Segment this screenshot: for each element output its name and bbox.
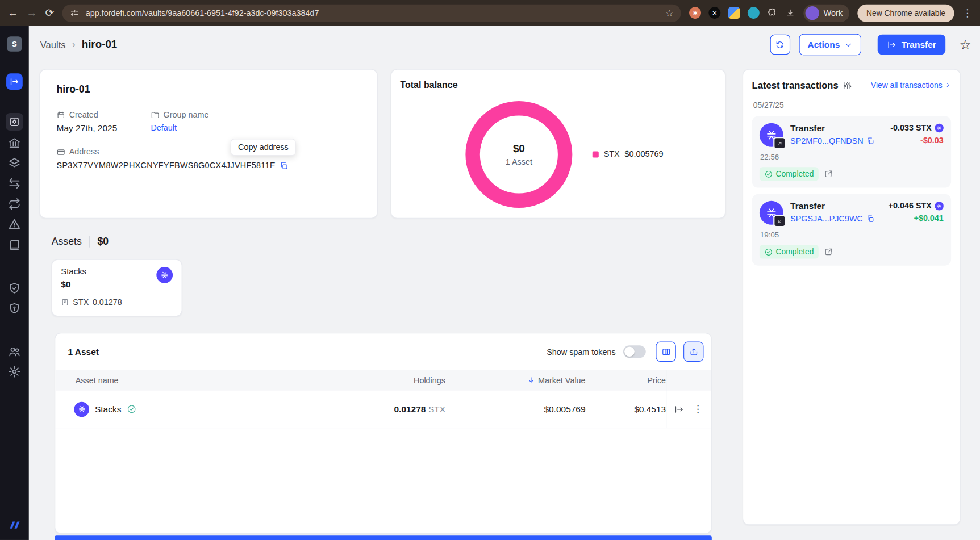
chevron-down-icon bbox=[844, 40, 852, 48]
assets-title: Assets bbox=[52, 236, 82, 248]
transfer-button[interactable]: Transfer bbox=[878, 35, 946, 55]
profile-chip[interactable]: Work bbox=[803, 4, 849, 22]
browser-menu-icon[interactable]: ⋮ bbox=[962, 7, 973, 19]
export-button[interactable] bbox=[683, 342, 703, 362]
forward-icon[interactable]: → bbox=[26, 7, 37, 18]
columns-icon bbox=[661, 347, 671, 357]
col-holdings[interactable]: Holdings bbox=[262, 375, 445, 385]
price: $0.4513 bbox=[586, 404, 666, 415]
col-price[interactable]: Price bbox=[586, 375, 666, 385]
created-value: May 27th, 2025 bbox=[57, 123, 151, 133]
transaction-address-link[interactable]: SP2MF0...QFNDSN bbox=[790, 136, 883, 146]
workspace-avatar[interactable]: S bbox=[7, 36, 22, 52]
sidebar-item-alerts[interactable] bbox=[8, 217, 21, 231]
extension-icon-3[interactable] bbox=[728, 7, 740, 19]
balance-title: Total balance bbox=[400, 79, 457, 90]
sidebar-item-security[interactable] bbox=[8, 302, 21, 315]
sidebar-item-swaps[interactable] bbox=[8, 198, 21, 211]
assets-section-header: Assets $0 bbox=[52, 233, 109, 250]
sidebar-item-users[interactable] bbox=[8, 345, 21, 358]
sidebar-item-address-book[interactable] bbox=[8, 238, 21, 252]
transactions-date: 05/27/25 bbox=[753, 101, 951, 110]
status-label: Completed bbox=[776, 248, 814, 256]
transaction-address-link[interactable]: SPGSJA...PJC9WC bbox=[790, 214, 881, 224]
warning-triangle-icon bbox=[8, 217, 21, 231]
chevron-right-icon bbox=[944, 82, 951, 89]
created-label: Created bbox=[69, 110, 98, 120]
url-bar[interactable]: app.fordefi.com/vaults/9aa60661-6951-4f9… bbox=[62, 4, 681, 22]
actions-button-label: Actions bbox=[808, 40, 840, 50]
asset-chip-stacks[interactable]: Stacks $0 STX 0.01278 bbox=[52, 259, 182, 317]
breadcrumb-vaults[interactable]: Vaults bbox=[40, 39, 66, 50]
col-asset-name[interactable]: Asset name bbox=[55, 375, 262, 385]
transaction-address: SP2MF0...QFNDSN bbox=[790, 136, 864, 146]
breadcrumb-separator-icon: › bbox=[72, 39, 76, 51]
layers-icon bbox=[8, 157, 21, 170]
address-field: Address SP3X77VYM8W2PHXCNYFYFBWS8G0CX4JJ… bbox=[57, 147, 361, 170]
row-transfer-icon[interactable] bbox=[674, 404, 684, 415]
extensions-puzzle-icon[interactable] bbox=[767, 7, 778, 18]
stx-mini-icon bbox=[935, 201, 943, 210]
legend-swatch bbox=[593, 151, 599, 157]
sidebar-item-policies[interactable] bbox=[8, 282, 21, 295]
vault-info-card: hiro-01 Created May 27th, 2025 Group nam… bbox=[40, 69, 378, 219]
reload-icon[interactable]: ⟳ bbox=[45, 7, 55, 18]
market-value: $0.005769 bbox=[445, 404, 586, 415]
divider bbox=[89, 236, 90, 248]
downloads-icon[interactable] bbox=[785, 8, 795, 18]
back-icon[interactable]: ← bbox=[7, 7, 18, 18]
external-link-icon[interactable] bbox=[824, 248, 833, 256]
total-balance-card: Total balance $0 1 Asset STX $0.005769 bbox=[391, 69, 725, 219]
transactions-title: Latest transactions bbox=[752, 79, 839, 90]
token-doc-icon bbox=[61, 298, 69, 306]
actions-button[interactable]: Actions bbox=[799, 34, 861, 56]
extension-icon-4[interactable] bbox=[748, 7, 760, 19]
calendar-icon bbox=[57, 110, 65, 119]
address-value: SP3X77VYM8W2PHXCNYFYFBWS8G0CX4JJVHF5811E bbox=[57, 161, 276, 170]
sidebar-item-institutions[interactable] bbox=[8, 137, 21, 150]
extension-icon-1[interactable]: ✱ bbox=[689, 7, 701, 19]
status-label: Completed bbox=[776, 170, 814, 178]
copy-address-tooltip: Copy address bbox=[231, 139, 296, 156]
columns-button[interactable] bbox=[656, 342, 675, 362]
external-link-icon[interactable] bbox=[824, 170, 833, 178]
asset-chip-amount: 0.01278 bbox=[93, 298, 122, 307]
view-all-transactions-link[interactable]: View all transactions bbox=[871, 81, 951, 89]
balance-total: $0 bbox=[513, 143, 525, 155]
filter-sliders-icon[interactable] bbox=[843, 81, 851, 89]
group-value-link[interactable]: Default bbox=[151, 123, 360, 133]
status-badge: Completed bbox=[760, 167, 819, 181]
transaction-item[interactable]: Transfer SPGSJA...PJC9WC +0.046 STX bbox=[752, 194, 952, 266]
asset-chip-value: $0 bbox=[61, 279, 86, 290]
browser-chrome: ← → ⟳ app.fordefi.com/vaults/9aa60661-69… bbox=[0, 0, 980, 26]
holdings-amount: 0.01278 bbox=[394, 404, 426, 415]
asset-chip-ticker: STX bbox=[73, 298, 89, 307]
status-badge: Completed bbox=[760, 245, 819, 258]
favorite-star-icon[interactable]: ☆ bbox=[960, 38, 971, 51]
copy-icon bbox=[866, 137, 874, 145]
receive-arrow-badge bbox=[773, 215, 786, 227]
sidebar-item-transactions[interactable] bbox=[8, 177, 21, 190]
chrome-update-button[interactable]: New Chrome available bbox=[858, 4, 954, 22]
latest-transactions-panel: Latest transactions View all transaction… bbox=[743, 69, 961, 525]
transaction-item[interactable]: Transfer SP2MF0...QFNDSN -0.033 STX bbox=[752, 116, 952, 188]
col-market-value[interactable]: Market Value bbox=[445, 375, 586, 385]
bookmark-star-icon[interactable]: ☆ bbox=[665, 7, 674, 19]
export-icon bbox=[689, 347, 698, 357]
main-content: Vaults › hiro-01 Actions Transfer bbox=[29, 26, 980, 540]
refresh-button[interactable] bbox=[770, 35, 790, 55]
extension-toolbar: ✱ ✕ bbox=[689, 7, 795, 19]
legend-value: $0.005769 bbox=[624, 149, 663, 159]
sidebar-item-settings[interactable] bbox=[8, 365, 21, 378]
sidebar-item-vaults[interactable] bbox=[6, 113, 23, 131]
row-menu-icon[interactable]: ⋮ bbox=[693, 403, 704, 415]
extension-icon-2[interactable]: ✕ bbox=[708, 7, 720, 19]
sidebar-item-transfer[interactable] bbox=[6, 73, 23, 90]
check-circle-icon bbox=[765, 170, 773, 178]
copy-address-icon[interactable] bbox=[280, 161, 289, 170]
holdings-ticker: STX bbox=[428, 404, 445, 415]
table-row-stacks[interactable]: Stacks 0.01278STX $0.005769 $0.4513 ⋮ bbox=[55, 391, 711, 428]
spam-toggle[interactable] bbox=[623, 345, 646, 358]
sidebar-item-assets[interactable] bbox=[8, 157, 21, 170]
site-settings-icon[interactable] bbox=[70, 8, 80, 18]
